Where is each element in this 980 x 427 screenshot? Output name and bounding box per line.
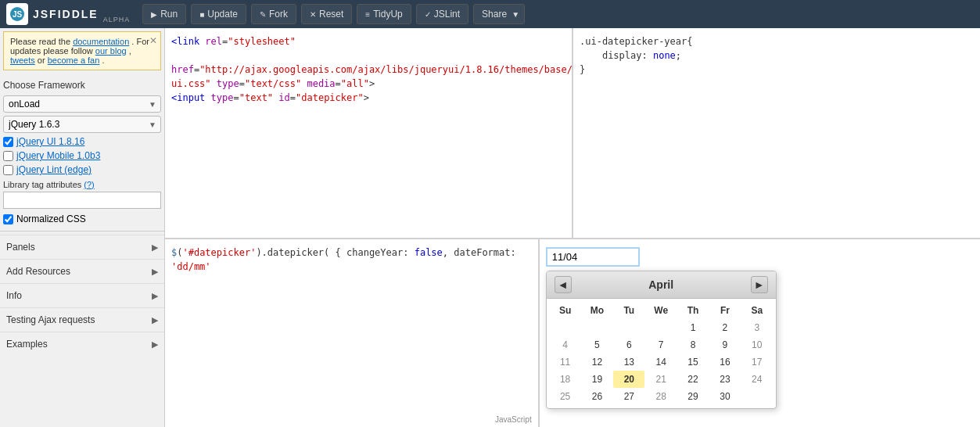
cal-day-23[interactable]: 23: [709, 371, 741, 388]
cal-day-14[interactable]: 14: [645, 353, 677, 371]
update-icon: ■: [199, 10, 204, 19]
cal-day-1[interactable]: 1: [677, 319, 709, 336]
cal-day-6[interactable]: 6: [613, 336, 644, 353]
jslint-icon: ✓: [425, 10, 431, 19]
reset-button[interactable]: ✕ Reset: [301, 4, 352, 24]
alert-box: ✕ Please read the documentation . For up…: [3, 31, 161, 70]
cal-day-20[interactable]: 20: [613, 371, 644, 388]
calendar-week-2: 4 5 6 7 8 9 10: [550, 336, 773, 353]
cal-day-5[interactable]: 5: [582, 336, 613, 353]
logo-area: JS JSFIDDLE ALPHA: [6, 3, 130, 25]
cal-day-26[interactable]: 26: [582, 388, 613, 405]
alert-close-button[interactable]: ✕: [149, 35, 157, 46]
cal-day-10[interactable]: 10: [741, 336, 773, 353]
share-button[interactable]: Share ▼: [473, 4, 525, 24]
onload-select[interactable]: onLoad onDomReady No wrap - in <head> No…: [3, 95, 161, 113]
add-resources-label: Add Resources: [6, 266, 70, 277]
lib1-checkbox[interactable]: [3, 137, 13, 147]
panels-arrow-icon: ▶: [152, 242, 158, 253]
cal-day-15[interactable]: 15: [677, 353, 709, 371]
cal-day-4[interactable]: 4: [550, 336, 581, 353]
normalized-css-label[interactable]: Normalized CSS: [16, 214, 86, 224]
cal-day-12[interactable]: 12: [582, 353, 613, 371]
js-code[interactable]: $('#datepicker').datepicker( { changeYea…: [165, 239, 538, 427]
sidebar-item-testing-ajax[interactable]: Testing Ajax requests ▶: [0, 307, 164, 332]
calendar-title: April: [648, 278, 673, 291]
logo-icon: JS: [6, 3, 28, 25]
cal-day-28[interactable]: 28: [645, 388, 677, 405]
cal-day-9[interactable]: 9: [709, 336, 741, 353]
cal-day-3[interactable]: 3: [741, 319, 773, 336]
lib-tag-help-link[interactable]: (?): [84, 180, 94, 189]
cal-day-16[interactable]: 16: [709, 353, 741, 371]
sidebar-item-info[interactable]: Info ▶: [0, 283, 164, 307]
sidebar-item-examples[interactable]: Examples ▶: [0, 332, 164, 356]
normalized-css-row: Normalized CSS: [0, 210, 164, 228]
examples-arrow-icon: ▶: [152, 339, 158, 350]
docs-link[interactable]: documentation: [73, 37, 129, 46]
cal-day-29[interactable]: 29: [677, 388, 709, 405]
cal-day-21[interactable]: 21: [645, 371, 677, 388]
lib3-checkbox[interactable]: [3, 165, 13, 175]
sidebar-item-panels[interactable]: Panels ▶: [0, 235, 164, 259]
normalized-css-checkbox[interactable]: [3, 214, 13, 224]
calendar-widget: ◄ April ► Su Mo Tu We Th Fr Sa: [546, 271, 777, 409]
lib-tag-input[interactable]: [3, 192, 161, 209]
jslint-button[interactable]: ✓ JSLint: [416, 4, 468, 24]
add-resources-arrow-icon: ▶: [152, 267, 158, 277]
calendar-week-5: 25 26 27 28 29 30: [550, 388, 773, 405]
lib2-checkbox[interactable]: [3, 151, 13, 161]
cal-day-11[interactable]: 11: [550, 353, 581, 371]
tidyup-icon: ≡: [365, 10, 370, 19]
version-select[interactable]: jQuery 1.6.3 jQuery 1.5.2 jQuery 1.4.4: [3, 116, 161, 133]
html-code[interactable]: <link rel="stylesheet" href="http://ajax…: [165, 28, 572, 238]
html-panel: <link rel="stylesheet" href="http://ajax…: [165, 28, 572, 238]
svg-text:JS: JS: [13, 10, 23, 19]
cal-day-22[interactable]: 22: [677, 371, 709, 388]
lib1-row: jQuery UI 1.8.16: [0, 135, 164, 149]
cal-day-25[interactable]: 25: [550, 388, 581, 405]
cal-day-17[interactable]: 17: [741, 353, 773, 371]
tidyup-button[interactable]: ≡ TidyUp: [357, 4, 411, 24]
cal-day-30[interactable]: 30: [709, 388, 741, 405]
datepicker-input[interactable]: [546, 247, 640, 267]
update-button[interactable]: ■ Update: [191, 4, 246, 24]
lib1-label[interactable]: jQuery UI 1.8.16: [16, 136, 84, 147]
cal-day-19[interactable]: 19: [582, 371, 613, 388]
main: ✕ Please read the documentation . For up…: [0, 28, 980, 427]
content-area: <link rel="stylesheet" href="http://ajax…: [165, 28, 980, 427]
top-panels: <link rel="stylesheet" href="http://ajax…: [165, 28, 980, 238]
lib2-label[interactable]: jQuery Mobile 1.0b3: [16, 150, 100, 161]
cal-day-2[interactable]: 2: [709, 319, 741, 336]
cal-day-7[interactable]: 7: [645, 336, 677, 353]
calendar-next-button[interactable]: ►: [751, 276, 768, 293]
js-panel-label: JavaScript: [494, 415, 533, 424]
run-icon: ▶: [151, 10, 157, 19]
sidebar-item-add-resources[interactable]: Add Resources ▶: [0, 259, 164, 283]
cal-day-18[interactable]: 18: [550, 371, 581, 388]
lib-tag-text: Library tag attributes: [3, 180, 81, 189]
css-code[interactable]: .ui-datepicker-year{ display: none; }: [573, 28, 980, 238]
calendar-week-4: 18 19 20 21 22 23 24: [550, 371, 773, 388]
cal-day-24[interactable]: 24: [741, 371, 773, 388]
lib2-row: jQuery Mobile 1.0b3: [0, 149, 164, 163]
cal-day-13[interactable]: 13: [613, 353, 644, 371]
lib3-label[interactable]: jQuery Lint (edge): [16, 164, 92, 175]
lib-tag-section: Library tag attributes (?): [0, 177, 164, 210]
calendar-prev-button[interactable]: ◄: [555, 276, 572, 293]
css-panel: .ui-datepicker-year{ display: none; }: [573, 28, 980, 238]
fork-button[interactable]: ✎ Fork: [251, 4, 296, 24]
bottom-panel: $('#datepicker').datepicker( { changeYea…: [165, 239, 980, 427]
blog-link[interactable]: our blog: [95, 46, 127, 56]
cal-day-8[interactable]: 8: [677, 336, 709, 353]
result-panel: ◄ April ► Su Mo Tu We Th Fr Sa: [538, 239, 980, 427]
panels-label: Panels: [6, 242, 35, 253]
framework-label: Choose Framework: [0, 74, 164, 94]
testing-ajax-arrow-icon: ▶: [152, 315, 158, 325]
cal-day-27[interactable]: 27: [613, 388, 644, 405]
tweets-link[interactable]: tweets: [10, 56, 35, 65]
run-button[interactable]: ▶ Run: [142, 4, 186, 24]
info-arrow-icon: ▶: [152, 291, 158, 301]
version-select-wrapper: jQuery 1.6.3 jQuery 1.5.2 jQuery 1.4.4 ▼: [3, 116, 161, 133]
fan-link[interactable]: become a fan: [48, 56, 100, 65]
